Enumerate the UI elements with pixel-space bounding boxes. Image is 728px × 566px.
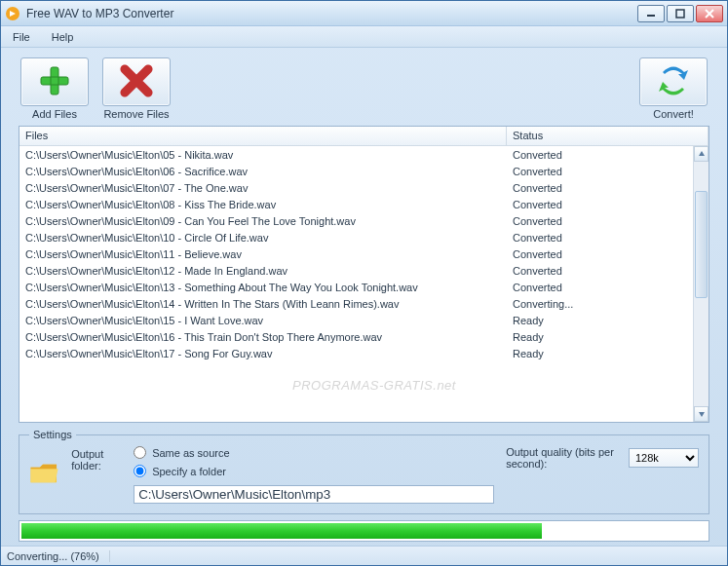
status-cell: Converting... xyxy=(507,297,693,311)
table-row[interactable]: C:\Users\Owner\Music\Elton\17 - Song For… xyxy=(19,345,693,361)
status-cell: Ready xyxy=(507,330,693,344)
titlebar[interactable]: Free WAV to MP3 Converter xyxy=(1,1,727,26)
menu-file[interactable]: File xyxy=(9,29,34,45)
plus-icon xyxy=(37,63,72,100)
file-cell: C:\Users\Owner\Music\Elton\09 - Can You … xyxy=(19,214,507,228)
same-as-source-label: Same as source xyxy=(152,447,229,459)
scroll-down-button[interactable] xyxy=(694,406,709,422)
remove-files-button-group: Remove Files xyxy=(100,57,172,120)
quality-select[interactable]: 128k xyxy=(629,448,699,468)
table-row[interactable]: C:\Users\Owner\Music\Elton\06 - Sacrific… xyxy=(19,163,693,179)
table-row[interactable]: C:\Users\Owner\Music\Elton\12 - Made In … xyxy=(19,262,693,279)
list-header: Files Status xyxy=(19,127,709,146)
add-files-label: Add Files xyxy=(32,108,77,120)
scroll-thumb[interactable] xyxy=(695,191,708,298)
status-cell: Converted xyxy=(507,165,693,178)
folder-icon xyxy=(29,460,59,495)
file-cell: C:\Users\Owner\Music\Elton\10 - Circle O… xyxy=(19,231,507,245)
remove-files-button[interactable] xyxy=(102,57,171,106)
file-cell: C:\Users\Owner\Music\Elton\05 - Nikita.w… xyxy=(19,148,507,162)
menubar: File Help xyxy=(1,26,727,48)
file-cell: C:\Users\Owner\Music\Elton\11 - Believe.… xyxy=(19,247,507,261)
maximize-button[interactable] xyxy=(667,5,694,22)
settings-legend: Settings xyxy=(29,429,76,440)
file-cell: C:\Users\Owner\Music\Elton\15 - I Want L… xyxy=(19,314,507,327)
menu-help[interactable]: Help xyxy=(48,29,78,45)
add-files-button-group: Add Files xyxy=(19,57,91,120)
table-row[interactable]: C:\Users\Owner\Music\Elton\14 - Written … xyxy=(19,295,693,312)
settings-group: Settings Output folder: Same as source S… xyxy=(19,429,709,514)
window-title: Free WAV to MP3 Converter xyxy=(26,7,637,20)
same-as-source-option[interactable]: Same as source xyxy=(134,446,494,459)
status-cell: Converted xyxy=(507,264,693,278)
scroll-up-button[interactable] xyxy=(694,146,709,162)
minimize-button[interactable] xyxy=(637,5,665,22)
file-cell: C:\Users\Owner\Music\Elton\08 - Kiss The… xyxy=(19,198,507,211)
status-cell: Converted xyxy=(507,181,693,195)
status-cell: Converted xyxy=(507,198,693,211)
convert-button-group: Convert! xyxy=(637,57,709,120)
status-cell: Converted xyxy=(507,247,693,261)
header-files[interactable]: Files xyxy=(19,127,507,145)
file-cell: C:\Users\Owner\Music\Elton\14 - Written … xyxy=(19,297,507,311)
table-row[interactable]: C:\Users\Owner\Music\Elton\09 - Can You … xyxy=(19,212,693,229)
progress-fill xyxy=(21,523,542,539)
svg-rect-2 xyxy=(676,10,684,18)
file-cell: C:\Users\Owner\Music\Elton\17 - Song For… xyxy=(19,347,507,360)
specify-folder-option[interactable]: Specify a folder xyxy=(134,465,494,477)
status-cell: Converted xyxy=(507,231,693,245)
convert-label: Convert! xyxy=(653,108,694,120)
app-window: Free WAV to MP3 Converter File Help Add … xyxy=(0,0,728,566)
convert-icon xyxy=(655,62,692,101)
close-button[interactable] xyxy=(696,5,723,22)
remove-files-label: Remove Files xyxy=(103,108,169,120)
table-row[interactable]: C:\Users\Owner\Music\Elton\07 - The One.… xyxy=(19,179,693,196)
specify-folder-radio[interactable] xyxy=(134,465,146,477)
file-cell: C:\Users\Owner\Music\Elton\12 - Made In … xyxy=(19,264,507,278)
app-icon xyxy=(5,6,20,21)
folder-path-input[interactable] xyxy=(134,485,494,504)
output-folder-label: Output folder: xyxy=(71,448,122,472)
add-files-button[interactable] xyxy=(20,57,89,106)
x-icon xyxy=(119,63,154,100)
same-as-source-radio[interactable] xyxy=(134,446,146,459)
status-cell: Ready xyxy=(507,314,693,327)
table-row[interactable]: C:\Users\Owner\Music\Elton\15 - I Want L… xyxy=(19,312,693,328)
status-text: Converting... (76%) xyxy=(7,550,110,562)
table-row[interactable]: C:\Users\Owner\Music\Elton\08 - Kiss The… xyxy=(19,196,693,212)
specify-folder-label: Specify a folder xyxy=(152,466,226,477)
file-cell: C:\Users\Owner\Music\Elton\07 - The One.… xyxy=(19,181,507,195)
progress-bar xyxy=(19,520,709,542)
statusbar: Converting... (76%) xyxy=(1,546,727,565)
file-cell: C:\Users\Owner\Music\Elton\06 - Sacrific… xyxy=(19,165,507,178)
scroll-track[interactable] xyxy=(694,162,709,406)
table-row[interactable]: C:\Users\Owner\Music\Elton\16 - This Tra… xyxy=(19,328,693,345)
convert-button[interactable] xyxy=(639,57,708,106)
svg-rect-6 xyxy=(41,77,68,85)
header-status[interactable]: Status xyxy=(507,127,709,145)
file-list: Files Status C:\Users\Owner\Music\Elton\… xyxy=(19,126,709,423)
scrollbar[interactable] xyxy=(693,146,709,422)
status-cell: Converted xyxy=(507,148,693,162)
output-quality-label: Output quality (bits per second): xyxy=(506,446,623,470)
file-cell: C:\Users\Owner\Music\Elton\16 - This Tra… xyxy=(19,330,507,344)
file-cell: C:\Users\Owner\Music\Elton\13 - Somethin… xyxy=(19,281,507,294)
table-row[interactable]: C:\Users\Owner\Music\Elton\05 - Nikita.w… xyxy=(19,146,693,163)
status-cell: Converted xyxy=(507,281,693,294)
toolbar: Add Files Remove Files Convert! xyxy=(19,57,709,120)
status-cell: Ready xyxy=(507,347,693,360)
table-row[interactable]: C:\Users\Owner\Music\Elton\11 - Believe.… xyxy=(19,245,693,262)
table-row[interactable]: C:\Users\Owner\Music\Elton\10 - Circle O… xyxy=(19,229,693,245)
table-row[interactable]: C:\Users\Owner\Music\Elton\13 - Somethin… xyxy=(19,279,693,295)
status-cell: Converted xyxy=(507,214,693,228)
